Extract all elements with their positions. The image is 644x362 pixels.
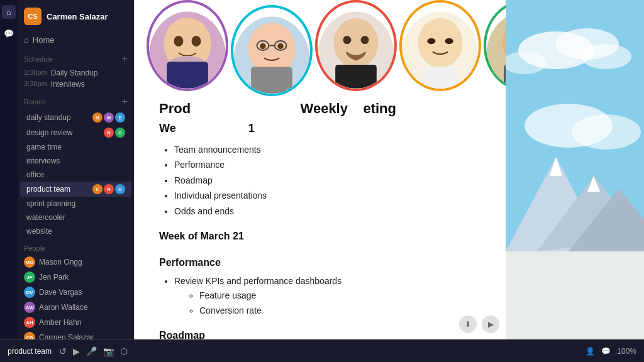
user-avatar: CS — [24, 8, 42, 25]
room-avatar: N — [104, 128, 114, 138]
taskbar-share-icon[interactable]: ⬡ — [120, 346, 128, 356]
username: Carmen Salazar — [47, 12, 108, 21]
participant-face-1 — [149, 3, 226, 89]
scroll-down-btn[interactable]: ⬇ — [459, 315, 477, 333]
room-sprint-planning[interactable]: sprint planning — [20, 197, 131, 211]
add-room-btn[interactable]: + — [122, 96, 128, 107]
video-tile-5 — [484, 0, 506, 91]
home-link[interactable]: ⌂ Home — [18, 33, 134, 47]
scroll-right-btn[interactable]: ▶ — [482, 315, 499, 333]
person-avatar: MO — [24, 256, 35, 268]
people-section: People — [18, 238, 134, 255]
person-avatar: CS — [24, 332, 35, 339]
room-avatar: R — [104, 184, 114, 194]
svg-point-16 — [343, 36, 351, 44]
svg-point-11 — [260, 43, 265, 49]
person-avatar: DV — [24, 287, 35, 298]
rooms-section: Rooms + — [18, 90, 134, 110]
left-icon-bar: ⌂ 💬 — [0, 0, 18, 339]
video-tile-2 — [231, 5, 313, 96]
room-avatar: M — [92, 112, 103, 123]
participant-face-2 — [233, 8, 310, 94]
background-panel — [506, 0, 644, 339]
room-daily-standup[interactable]: daily standup M W D — [20, 110, 131, 125]
person-carmen[interactable]: CS Carmen Salazar — [18, 330, 134, 339]
taskbar-mic-icon[interactable]: 🎤 — [86, 346, 97, 356]
agenda-item: Team announcements — [174, 143, 480, 156]
svg-point-2 — [174, 36, 183, 47]
room-interviews[interactable]: interviews — [20, 154, 131, 168]
room-website[interactable]: website — [20, 224, 131, 238]
video-tile-4 — [399, 0, 481, 91]
perf-sub-list: Feature usage Conversion rate — [174, 288, 480, 318]
svg-point-3 — [192, 36, 201, 47]
user-header: CS Carmen Salazar — [18, 0, 134, 33]
schedule-item-interviews[interactable]: 3:30pm Interviews — [18, 79, 134, 90]
document-area: + Product Team Weekly Meting Week of Mar… — [134, 0, 506, 339]
taskbar-refresh-icon[interactable]: ↺ — [59, 346, 67, 356]
svg-rect-13 — [251, 67, 292, 93]
room-avatar: W — [104, 112, 114, 123]
room-avatar: O — [115, 128, 125, 138]
taskbar-person-icon[interactable]: 👤 — [586, 347, 595, 356]
person-dave[interactable]: DV Dave Vargas — [18, 285, 134, 300]
background-scene — [506, 0, 644, 339]
doc-main-title: Product Team Weekly Meting — [159, 97, 480, 119]
taskbar-right: 👤 💬 100% — [586, 347, 636, 356]
taskbar-chat-icon[interactable]: 💬 — [601, 347, 611, 356]
agenda-item: Roadmap — [174, 173, 480, 187]
participant-face-3 — [318, 3, 394, 89]
room-avatar: D — [115, 112, 125, 123]
video-strip: + — [134, 0, 506, 94]
svg-point-32 — [581, 44, 631, 69]
room-watercooler[interactable]: watercooler — [20, 211, 131, 224]
person-amber[interactable]: AH Amber Hahn — [18, 315, 134, 330]
person-aaron[interactable]: AW Aaron Wallace — [18, 300, 134, 315]
chat-icon[interactable]: 💬 — [2, 26, 16, 40]
svg-point-12 — [277, 43, 283, 49]
week2-heading: Week of March 21 — [159, 228, 480, 244]
taskbar-camera-icon[interactable]: 📷 — [103, 346, 114, 356]
performance-heading: Performance — [159, 255, 480, 271]
person-avatar: AW — [24, 302, 35, 313]
perf-sub-item: Feature usage — [199, 288, 480, 302]
svg-point-24 — [486, 12, 506, 89]
home-icon-small: ⌂ — [24, 35, 29, 45]
taskbar: product team ↺ ▶ 🎤 📷 ⬡ 👤 💬 100% — [0, 339, 644, 362]
video-tile-3 — [315, 0, 397, 91]
person-mason[interactable]: MO Mason Ongg — [18, 255, 134, 270]
home-icon[interactable]: ⌂ — [2, 5, 16, 19]
performance-list: Review KPIs and performance dashboards F… — [159, 274, 480, 317]
perf-item: Review KPIs and performance dashboards F… — [174, 274, 480, 317]
person-jen[interactable]: JP Jen Park — [18, 270, 134, 285]
svg-rect-23 — [423, 67, 458, 89]
taskbar-zoom-level: 100% — [617, 347, 636, 356]
room-product-team[interactable]: product team C R O — [20, 182, 131, 197]
add-schedule-btn[interactable]: + — [122, 53, 128, 65]
svg-rect-5 — [167, 62, 208, 88]
svg-point-20 — [418, 18, 462, 68]
taskbar-play-icon[interactable]: ▶ — [73, 346, 80, 356]
svg-point-22 — [445, 38, 453, 44]
room-design-review[interactable]: design review N O — [20, 125, 131, 140]
taskbar-room-name: product team — [8, 347, 52, 356]
agenda-item: Performance — [174, 158, 480, 172]
agenda-item: Odds and ends — [174, 204, 480, 218]
sidebar: CS Carmen Salazar ⌂ Home Schedule + 1:30… — [18, 0, 134, 339]
room-avatar: C — [92, 184, 103, 194]
participant-face-5 — [486, 3, 506, 89]
doc-week-title: Week of March 21 — [159, 119, 480, 138]
svg-rect-18 — [335, 65, 377, 89]
agenda-list: Team announcements Performance Roadmap I… — [159, 143, 480, 218]
person-avatar: JP — [24, 272, 35, 283]
room-avatar: O — [115, 184, 125, 194]
agenda-item: Individual presentations — [174, 189, 480, 202]
room-office[interactable]: office — [20, 168, 131, 182]
svg-point-35 — [572, 114, 641, 150]
taskbar-controls: ↺ ▶ 🎤 📷 ⬡ — [59, 346, 128, 356]
schedule-item-standup[interactable]: 1:30pm Daily Standup — [18, 67, 134, 79]
person-avatar: AH — [24, 317, 35, 328]
svg-rect-41 — [506, 251, 644, 339]
svg-point-17 — [361, 36, 369, 44]
room-game-time[interactable]: game time — [20, 140, 131, 154]
